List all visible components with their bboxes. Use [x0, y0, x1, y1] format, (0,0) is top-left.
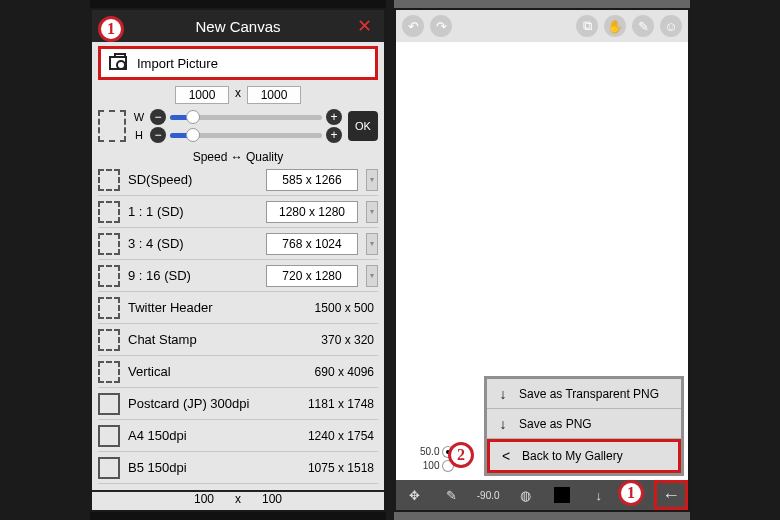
preset-thumb — [98, 265, 120, 287]
preset-thumb — [98, 297, 120, 319]
preset-dropdown-icon[interactable]: ▾ — [366, 201, 378, 223]
new-canvas-dialog: 1 New Canvas ✕ Import Picture 1000 x 100… — [90, 8, 386, 512]
height-minus-button[interactable]: − — [150, 127, 166, 143]
step-badge-1: 1 — [98, 16, 124, 42]
footer-w: 100 — [179, 492, 229, 510]
menu-item[interactable]: <Back to My Gallery — [487, 439, 681, 473]
width-minus-button[interactable]: − — [150, 109, 166, 125]
preset-name: Postcard (JP) 300dpi — [128, 396, 278, 411]
preset-name: 1 : 1 (SD) — [128, 204, 258, 219]
menu-item[interactable]: ↓Save as Transparent PNG — [487, 379, 681, 409]
menu-item-label: Save as Transparent PNG — [519, 387, 659, 401]
preset-size-input[interactable]: 720 x 1280 — [266, 265, 358, 287]
paste-icon[interactable]: ✋ — [604, 15, 626, 37]
menu-item-label: Save as PNG — [519, 417, 592, 431]
menu-item-label: Back to My Gallery — [522, 449, 623, 463]
import-picture-label: Import Picture — [137, 56, 218, 71]
preset-row[interactable]: 1 : 1 (SD)1280 x 1280▾ — [98, 196, 378, 228]
preset-size: 690 x 4096 — [286, 365, 378, 379]
preset-dropdown-icon[interactable]: ▾ — [366, 169, 378, 191]
preset-size: 1240 x 1754 — [286, 429, 378, 443]
preset-row[interactable]: B5 150dpi1075 x 1518 — [98, 452, 378, 484]
download-icon: ↓ — [497, 416, 509, 432]
chevron-left-icon: < — [500, 448, 512, 464]
height-plus-button[interactable]: + — [326, 127, 342, 143]
preset-row[interactable]: A4 150dpi1240 x 1754 — [98, 420, 378, 452]
dims-sep: x — [235, 86, 241, 104]
pattern-tool-icon[interactable]: ◍ — [507, 488, 544, 503]
rotate-label[interactable]: -90.0 — [470, 490, 507, 501]
brush-tool-icon[interactable]: ✎ — [433, 488, 470, 503]
width-plus-button[interactable]: + — [326, 109, 342, 125]
footer-h: 100 — [247, 492, 297, 510]
preset-size-input[interactable]: 768 x 1024 — [266, 233, 358, 255]
width-label: W — [132, 111, 146, 123]
speed-quality-label: Speed ↔ Quality — [98, 150, 378, 164]
preset-size: 1500 x 500 — [286, 301, 378, 315]
download-icon: ↓ — [497, 386, 509, 402]
preset-thumb — [98, 393, 120, 415]
undo-icon[interactable]: ↶ — [402, 15, 424, 37]
preset-row[interactable]: SD(Speed)585 x 1266▾ — [98, 164, 378, 196]
canvas-screen: ↶ ↷ ⧉ ✋ ✎ ☺ 50.0 100 ↓Save as Transparen… — [394, 8, 690, 512]
preset-row[interactable]: Twitter Header1500 x 500 — [98, 292, 378, 324]
preset-row[interactable]: Vertical690 x 4096 — [98, 356, 378, 388]
preset-size-input[interactable]: 585 x 1266 — [266, 169, 358, 191]
color-swatch[interactable] — [543, 487, 580, 503]
preset-thumb — [98, 169, 120, 191]
preset-thumb — [98, 457, 120, 479]
width-slider[interactable] — [170, 115, 322, 120]
footer-sep: x — [235, 492, 241, 510]
preset-name: Vertical — [128, 364, 278, 379]
preset-name: 3 : 4 (SD) — [128, 236, 258, 251]
camera-icon — [109, 56, 127, 70]
preset-name: SD(Speed) — [128, 172, 258, 187]
top-toolbar: ↶ ↷ ⧉ ✋ ✎ ☺ — [396, 10, 688, 42]
preset-name: B5 150dpi — [128, 460, 278, 475]
export-menu: ↓Save as Transparent PNG↓Save as PNG<Bac… — [484, 376, 684, 476]
footer-dims: 100 x 100 — [92, 490, 384, 510]
step-badge-back: 1 — [618, 480, 644, 506]
preset-thumb — [98, 329, 120, 351]
preset-size-input[interactable]: 1280 x 1280 — [266, 201, 358, 223]
preset-row[interactable]: Chat Stamp370 x 320 — [98, 324, 378, 356]
preset-dropdown-icon[interactable]: ▾ — [366, 233, 378, 255]
canvas-width-value: 1000 — [175, 86, 229, 104]
preset-size: 1181 x 1748 — [286, 397, 378, 411]
edit-icon[interactable]: ✎ — [632, 15, 654, 37]
move-tool-icon[interactable]: ✥ — [396, 488, 433, 503]
preset-size: 1075 x 1518 — [286, 461, 378, 475]
import-picture-button[interactable]: Import Picture — [98, 46, 378, 80]
back-button[interactable]: ← — [654, 480, 688, 510]
preset-thumb — [98, 425, 120, 447]
step-badge-2: 2 — [448, 442, 474, 468]
preset-dropdown-icon[interactable]: ▾ — [366, 265, 378, 287]
preset-thumb — [98, 361, 120, 383]
height-slider[interactable] — [170, 133, 322, 138]
user-icon[interactable]: ☺ — [660, 15, 682, 37]
preset-row[interactable]: 3 : 4 (SD)768 x 1024▾ — [98, 228, 378, 260]
preset-name: Twitter Header — [128, 300, 278, 315]
preset-name: 9 : 16 (SD) — [128, 268, 258, 283]
menu-item[interactable]: ↓Save as PNG — [487, 409, 681, 439]
bottom-toolbar: ✥ ✎ -90.0 ◍ ↓ ↑ ← — [396, 480, 688, 510]
layer-down-icon[interactable]: ↓ — [580, 488, 617, 503]
redo-icon[interactable]: ↷ — [430, 15, 452, 37]
preset-row[interactable]: Postcard (JP) 300dpi1181 x 1748 — [98, 388, 378, 420]
ok-button[interactable]: OK — [348, 111, 378, 141]
height-label: H — [132, 129, 146, 141]
canvas-height-value: 1000 — [247, 86, 301, 104]
preset-name: A4 150dpi — [128, 428, 278, 443]
dialog-header: New Canvas ✕ — [92, 10, 384, 42]
dialog-title: New Canvas — [195, 18, 280, 35]
preset-thumb — [98, 201, 120, 223]
close-icon[interactable]: ✕ — [352, 10, 376, 42]
aspect-preview — [98, 110, 126, 142]
preset-thumb — [98, 233, 120, 255]
preset-name: Chat Stamp — [128, 332, 278, 347]
preset-row[interactable]: 9 : 16 (SD)720 x 1280▾ — [98, 260, 378, 292]
preset-size: 370 x 320 — [286, 333, 378, 347]
custom-size-block: 1000 x 1000 W − + H — [98, 86, 378, 164]
copy-icon[interactable]: ⧉ — [576, 15, 598, 37]
